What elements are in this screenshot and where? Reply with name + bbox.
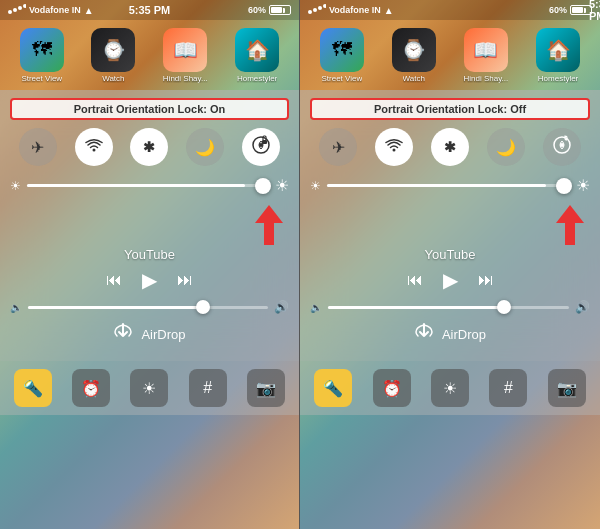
right-camera-btn[interactable]: 📷 [548, 369, 586, 407]
right-forward-btn[interactable]: ⏭ [478, 271, 494, 289]
left-battery-pct: 60% [248, 5, 266, 15]
right-wifi-toggle[interactable] [375, 128, 413, 166]
right-volume-slider-row: 🔈 🔊 [310, 300, 590, 314]
right-icon-watch: ⌚ [392, 28, 436, 72]
right-rewind-btn[interactable]: ⏮ [407, 271, 423, 289]
brightness-max-icon-right: ☀ [576, 176, 590, 195]
nightshift-icon-left: ☀ [142, 379, 156, 398]
left-rotation-lock[interactable] [242, 128, 280, 166]
right-bluetooth-toggle[interactable]: ✱ [431, 128, 469, 166]
right-app-homestyler[interactable]: 🏠 Homestyler [536, 28, 580, 83]
right-airdrop-label: AirDrop [442, 327, 486, 342]
right-label-homestyler: Homestyler [538, 74, 578, 83]
airplane-icon-left: ✈ [31, 138, 44, 157]
moon-icon-left: 🌙 [195, 138, 215, 157]
left-arrow-head [255, 205, 283, 223]
svg-point-3 [23, 4, 26, 8]
left-red-arrow [255, 205, 283, 245]
right-airdrop-row[interactable]: AirDrop [310, 322, 590, 347]
left-arrow-container [10, 205, 289, 245]
right-volume-track[interactable] [328, 306, 569, 309]
wifi-icon-left: ▲ [84, 5, 94, 16]
right-brightness-slider-row: ☀ ☀ [310, 176, 590, 195]
right-label-streetview: Street View [322, 74, 363, 83]
signal-dots-left [8, 4, 26, 16]
svg-point-14 [560, 143, 564, 147]
svg-point-2 [18, 6, 22, 10]
right-volume-thumb [497, 300, 511, 314]
right-airplane-toggle[interactable]: ✈ [319, 128, 357, 166]
right-carrier: Vodafone IN [329, 5, 381, 15]
moon-icon-right: 🌙 [496, 138, 516, 157]
right-brightness-track[interactable] [327, 184, 570, 187]
svg-point-11 [323, 4, 326, 8]
airdrop-icon-left [113, 322, 133, 347]
right-timer-btn[interactable]: ⏰ [373, 369, 411, 407]
brightness-min-icon-left: ☀ [10, 179, 21, 193]
right-app-watch[interactable]: ⌚ Watch [392, 28, 436, 83]
left-camera-btn[interactable]: 📷 [247, 369, 285, 407]
left-app-hindi[interactable]: 📖 Hindi Shay... [163, 28, 208, 83]
left-flashlight-btn[interactable]: 🔦 [14, 369, 52, 407]
svg-point-12 [393, 149, 396, 152]
volume-max-icon-right: 🔊 [575, 300, 590, 314]
left-toggle-row: ✈ ✱ 🌙 [10, 128, 289, 166]
left-label-hindi: Hindi Shay... [163, 74, 208, 83]
svg-rect-7 [262, 140, 267, 144]
right-icon-streetview: 🗺 [320, 28, 364, 72]
right-control-center: Portrait Orientation Lock: Off ✈ [300, 90, 600, 361]
svg-point-0 [8, 10, 12, 14]
left-volume-track[interactable] [28, 306, 268, 309]
left-calculator-btn[interactable]: # [189, 369, 227, 407]
left-app-watch[interactable]: ⌚ Watch [91, 28, 135, 83]
timer-icon-right: ⏰ [382, 379, 402, 398]
left-airplane-toggle[interactable]: ✈ [19, 128, 57, 166]
svg-point-10 [318, 6, 322, 10]
volume-min-icon-left: 🔈 [10, 302, 22, 313]
right-app-row: 🗺 Street View ⌚ Watch 📖 Hindi Shay... 🏠 … [300, 20, 600, 90]
volume-min-icon-right: 🔈 [310, 302, 322, 313]
brightness-max-icon-left: ☀ [275, 176, 289, 195]
left-icon-watch: ⌚ [91, 28, 135, 72]
right-status-bar: Vodafone IN ▲ 5:35 PM 60% [300, 0, 600, 20]
rotation-lock-icon-left [251, 135, 271, 159]
svg-point-9 [313, 8, 317, 12]
volume-max-icon-left: 🔊 [274, 300, 289, 314]
left-timer-btn[interactable]: ⏰ [72, 369, 110, 407]
left-status-right: 60% [248, 5, 291, 15]
left-playback-row: ⏮ ▶ ⏭ [10, 268, 289, 292]
left-time: 5:35 PM [129, 4, 171, 16]
left-label-homestyler: Homestyler [237, 74, 277, 83]
left-rewind-btn[interactable]: ⏮ [106, 271, 122, 289]
left-brightness-track[interactable] [27, 184, 269, 187]
right-play-btn[interactable]: ▶ [443, 268, 458, 292]
camera-icon-right: 📷 [557, 379, 577, 398]
left-app-homestyler[interactable]: 🏠 Homestyler [235, 28, 279, 83]
left-airdrop-row[interactable]: AirDrop [10, 322, 289, 347]
left-bluetooth-toggle[interactable]: ✱ [130, 128, 168, 166]
left-moon-toggle[interactable]: 🌙 [186, 128, 224, 166]
left-volume-thumb [196, 300, 210, 314]
right-rotation-lock[interactable] [543, 128, 581, 166]
wifi-icon-right-toggle [385, 138, 403, 156]
wifi-icon-right: ▲ [384, 5, 394, 16]
right-playback-row: ⏮ ▶ ⏭ [310, 268, 590, 292]
right-app-hindi[interactable]: 📖 Hindi Shay... [463, 28, 508, 83]
right-moon-toggle[interactable]: 🌙 [487, 128, 525, 166]
right-nightshift-btn[interactable]: ☀ [431, 369, 469, 407]
left-forward-btn[interactable]: ⏭ [177, 271, 193, 289]
right-now-playing: YouTube [310, 247, 590, 262]
right-flashlight-btn[interactable]: 🔦 [314, 369, 352, 407]
left-play-btn[interactable]: ▶ [142, 268, 157, 292]
right-calculator-btn[interactable]: # [489, 369, 527, 407]
left-icon-homestyler: 🏠 [235, 28, 279, 72]
left-app-streetview[interactable]: 🗺 Street View [20, 28, 64, 83]
right-label-hindi: Hindi Shay... [463, 74, 508, 83]
left-nightshift-btn[interactable]: ☀ [130, 369, 168, 407]
right-app-streetview[interactable]: 🗺 Street View [320, 28, 364, 83]
airplane-icon-right: ✈ [332, 138, 345, 157]
camera-icon-left: 📷 [256, 379, 276, 398]
left-wifi-toggle[interactable] [75, 128, 113, 166]
bluetooth-icon-right: ✱ [444, 139, 456, 155]
right-arrow-container [310, 205, 590, 245]
